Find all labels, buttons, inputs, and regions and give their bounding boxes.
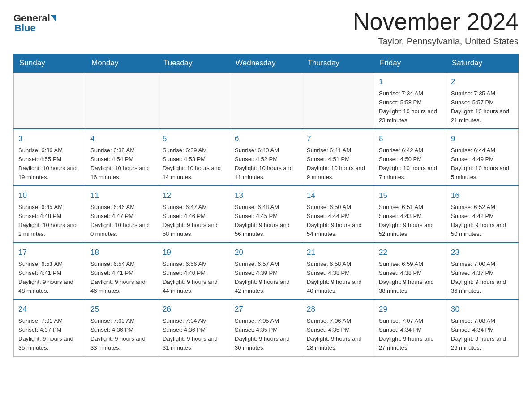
calendar-day-cell: 27Sunrise: 7:05 AM Sunset: 4:35 PM Dayli… (230, 300, 302, 356)
calendar-day-header: Sunday (14, 54, 86, 73)
calendar-day-cell: 22Sunrise: 6:59 AM Sunset: 4:38 PM Dayli… (374, 243, 446, 300)
calendar-day-cell: 15Sunrise: 6:51 AM Sunset: 4:43 PM Dayli… (374, 186, 446, 243)
calendar-week-row: 1Sunrise: 7:34 AM Sunset: 5:58 PM Daylig… (14, 73, 519, 129)
day-number: 28 (307, 304, 369, 315)
day-number: 8 (379, 133, 442, 145)
day-number: 9 (451, 133, 514, 145)
day-info: Sunrise: 7:00 AM Sunset: 4:37 PM Dayligh… (451, 261, 506, 294)
day-number: 27 (235, 304, 297, 315)
day-number: 6 (235, 133, 297, 145)
title-block: November 2024 Taylor, Pennsylvania, Unit… (353, 9, 519, 47)
day-info: Sunrise: 6:50 AM Sunset: 4:44 PM Dayligh… (307, 204, 362, 237)
calendar-week-row: 24Sunrise: 7:01 AM Sunset: 4:37 PM Dayli… (14, 300, 519, 356)
calendar-day-cell: 9Sunrise: 6:44 AM Sunset: 4:49 PM Daylig… (446, 129, 519, 186)
calendar-day-header: Tuesday (158, 54, 230, 73)
day-info: Sunrise: 6:40 AM Sunset: 4:52 PM Dayligh… (235, 147, 293, 180)
day-info: Sunrise: 6:51 AM Sunset: 4:43 PM Dayligh… (379, 204, 434, 237)
calendar-day-header: Thursday (302, 54, 374, 73)
day-number: 17 (18, 247, 81, 258)
calendar-day-cell: 1Sunrise: 7:34 AM Sunset: 5:58 PM Daylig… (374, 73, 446, 129)
calendar-day-cell (302, 73, 374, 129)
day-info: Sunrise: 7:35 AM Sunset: 5:57 PM Dayligh… (451, 90, 509, 124)
day-number: 14 (307, 190, 369, 201)
day-number: 26 (163, 304, 225, 315)
calendar-subtitle: Taylor, Pennsylvania, United States (353, 36, 519, 47)
logo: General Blue (13, 13, 56, 34)
calendar-day-cell: 25Sunrise: 7:03 AM Sunset: 4:36 PM Dayli… (86, 300, 158, 356)
calendar-day-cell: 5Sunrise: 6:39 AM Sunset: 4:53 PM Daylig… (158, 129, 230, 186)
day-info: Sunrise: 6:47 AM Sunset: 4:46 PM Dayligh… (163, 204, 218, 237)
day-info: Sunrise: 7:01 AM Sunset: 4:37 PM Dayligh… (18, 317, 73, 351)
calendar-day-cell (14, 73, 86, 129)
calendar-day-cell: 29Sunrise: 7:07 AM Sunset: 4:34 PM Dayli… (374, 300, 446, 356)
day-info: Sunrise: 7:06 AM Sunset: 4:35 PM Dayligh… (307, 317, 362, 351)
calendar-week-row: 10Sunrise: 6:45 AM Sunset: 4:48 PM Dayli… (14, 186, 519, 243)
day-number: 7 (307, 133, 369, 145)
calendar-day-cell: 6Sunrise: 6:40 AM Sunset: 4:52 PM Daylig… (230, 129, 302, 186)
calendar-day-cell: 18Sunrise: 6:54 AM Sunset: 4:41 PM Dayli… (86, 243, 158, 300)
calendar-day-cell: 19Sunrise: 6:56 AM Sunset: 4:40 PM Dayli… (158, 243, 230, 300)
calendar-day-cell: 20Sunrise: 6:57 AM Sunset: 4:39 PM Dayli… (230, 243, 302, 300)
page-header: General Blue November 2024 Taylor, Penns… (13, 9, 519, 47)
calendar-day-cell: 17Sunrise: 6:53 AM Sunset: 4:41 PM Dayli… (14, 243, 86, 300)
calendar-day-cell (230, 73, 302, 129)
calendar-day-cell: 2Sunrise: 7:35 AM Sunset: 5:57 PM Daylig… (446, 73, 519, 129)
calendar-day-header: Saturday (446, 54, 519, 73)
day-number: 3 (18, 133, 81, 145)
calendar-title: November 2024 (353, 9, 519, 34)
day-info: Sunrise: 6:36 AM Sunset: 4:55 PM Dayligh… (18, 147, 77, 180)
day-number: 13 (235, 190, 297, 201)
calendar-day-cell: 8Sunrise: 6:42 AM Sunset: 4:50 PM Daylig… (374, 129, 446, 186)
calendar-day-cell: 28Sunrise: 7:06 AM Sunset: 4:35 PM Dayli… (302, 300, 374, 356)
day-number: 22 (379, 247, 442, 258)
day-info: Sunrise: 6:57 AM Sunset: 4:39 PM Dayligh… (235, 261, 290, 294)
calendar-day-cell: 12Sunrise: 6:47 AM Sunset: 4:46 PM Dayli… (158, 186, 230, 243)
calendar-day-cell: 11Sunrise: 6:46 AM Sunset: 4:47 PM Dayli… (86, 186, 158, 243)
day-number: 24 (18, 304, 81, 315)
day-info: Sunrise: 7:04 AM Sunset: 4:36 PM Dayligh… (163, 317, 218, 351)
day-number: 15 (379, 190, 442, 201)
calendar-day-header: Wednesday (230, 54, 302, 73)
day-number: 2 (451, 76, 514, 88)
calendar-day-cell: 21Sunrise: 6:58 AM Sunset: 4:38 PM Dayli… (302, 243, 374, 300)
day-info: Sunrise: 6:56 AM Sunset: 4:40 PM Dayligh… (163, 261, 218, 294)
day-info: Sunrise: 6:44 AM Sunset: 4:49 PM Dayligh… (451, 147, 509, 180)
day-info: Sunrise: 6:59 AM Sunset: 4:38 PM Dayligh… (379, 261, 434, 294)
day-number: 4 (90, 133, 153, 145)
day-number: 18 (90, 247, 153, 258)
day-info: Sunrise: 6:45 AM Sunset: 4:48 PM Dayligh… (18, 204, 77, 237)
day-info: Sunrise: 7:05 AM Sunset: 4:35 PM Dayligh… (235, 317, 290, 351)
day-info: Sunrise: 7:03 AM Sunset: 4:36 PM Dayligh… (90, 317, 146, 351)
calendar-header-row: SundayMondayTuesdayWednesdayThursdayFrid… (14, 54, 519, 73)
day-info: Sunrise: 6:52 AM Sunset: 4:42 PM Dayligh… (451, 204, 506, 237)
calendar-day-cell: 10Sunrise: 6:45 AM Sunset: 4:48 PM Dayli… (14, 186, 86, 243)
day-info: Sunrise: 6:54 AM Sunset: 4:41 PM Dayligh… (90, 261, 146, 294)
day-info: Sunrise: 7:34 AM Sunset: 5:58 PM Dayligh… (379, 90, 437, 124)
day-info: Sunrise: 6:38 AM Sunset: 4:54 PM Dayligh… (90, 147, 149, 180)
logo-arrow-icon (51, 15, 56, 22)
calendar-day-cell: 7Sunrise: 6:41 AM Sunset: 4:51 PM Daylig… (302, 129, 374, 186)
day-number: 23 (451, 247, 514, 258)
day-number: 10 (18, 190, 81, 201)
day-number: 1 (379, 76, 442, 88)
calendar-day-header: Monday (86, 54, 158, 73)
day-number: 12 (163, 190, 225, 201)
day-info: Sunrise: 7:07 AM Sunset: 4:34 PM Dayligh… (379, 317, 434, 351)
day-info: Sunrise: 7:08 AM Sunset: 4:34 PM Dayligh… (451, 317, 506, 351)
calendar-day-cell: 13Sunrise: 6:48 AM Sunset: 4:45 PM Dayli… (230, 186, 302, 243)
day-info: Sunrise: 6:58 AM Sunset: 4:38 PM Dayligh… (307, 261, 362, 294)
day-number: 20 (235, 247, 297, 258)
calendar-day-cell (158, 73, 230, 129)
logo-blue-text: Blue (14, 22, 36, 34)
calendar-week-row: 3Sunrise: 6:36 AM Sunset: 4:55 PM Daylig… (14, 129, 519, 186)
day-number: 21 (307, 247, 369, 258)
calendar-day-cell: 30Sunrise: 7:08 AM Sunset: 4:34 PM Dayli… (446, 300, 519, 356)
calendar-day-cell: 24Sunrise: 7:01 AM Sunset: 4:37 PM Dayli… (14, 300, 86, 356)
calendar-day-cell: 26Sunrise: 7:04 AM Sunset: 4:36 PM Dayli… (158, 300, 230, 356)
day-info: Sunrise: 6:46 AM Sunset: 4:47 PM Dayligh… (90, 204, 149, 237)
day-info: Sunrise: 6:42 AM Sunset: 4:50 PM Dayligh… (379, 147, 437, 180)
calendar-day-cell: 3Sunrise: 6:36 AM Sunset: 4:55 PM Daylig… (14, 129, 86, 186)
day-number: 25 (90, 304, 153, 315)
day-number: 19 (163, 247, 225, 258)
calendar-day-cell: 16Sunrise: 6:52 AM Sunset: 4:42 PM Dayli… (446, 186, 519, 243)
